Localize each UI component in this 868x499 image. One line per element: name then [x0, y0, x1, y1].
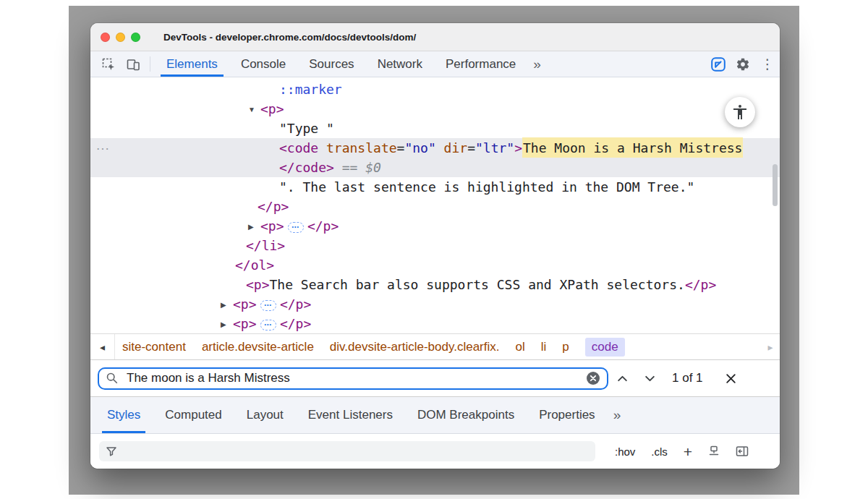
dom-tree-node[interactable]: </p> [90, 197, 780, 216]
search-next-icon[interactable] [636, 366, 663, 391]
tab-styles[interactable]: Styles [95, 397, 153, 433]
accessibility-icon[interactable] [725, 97, 755, 127]
tab-sources[interactable]: Sources [297, 51, 365, 77]
breadcrumb-item-div-devsite-article-body-clearfix[interactable]: div.devsite-article-body.clearfix. [330, 340, 500, 354]
dom-tree-node[interactable]: ...<code translate="no" dir="ltr">The Mo… [90, 138, 780, 158]
collapse-arrow-icon[interactable]: ▼ [248, 100, 260, 119]
dom-token: dir [436, 140, 467, 155]
kebab-menu-icon[interactable]: ⋮ [755, 51, 780, 77]
dom-token: The Search bar also supports CSS and XPa… [270, 277, 685, 292]
dom-token: "Type " [279, 121, 334, 136]
breadcrumb-item-p[interactable]: p [562, 340, 569, 354]
tab-elements[interactable]: Elements [155, 51, 229, 77]
stamp-glyph [707, 445, 720, 458]
close-search-icon[interactable] [719, 366, 744, 391]
dom-token: </p> [280, 297, 311, 312]
crumb-scroll-right-icon: ▸ [761, 334, 780, 359]
breadcrumb-item-ol[interactable]: ol [515, 340, 524, 354]
tab-event-listeners[interactable]: Event Listeners [296, 397, 405, 433]
dom-tree-node[interactable]: </ol> [90, 255, 780, 275]
accessibility-person-glyph [731, 103, 749, 121]
tab-properties[interactable]: Properties [527, 397, 607, 433]
dom-tree-node[interactable]: ▶<p>•••</p> [90, 294, 780, 314]
dom-token: </li> [246, 238, 285, 253]
dom-tree-panel: ::marker▼<p>"Type "...<code translate="n… [90, 77, 780, 333]
new-style-rule-icon[interactable]: + [677, 444, 699, 459]
dom-tree-node[interactable]: <p>The Search bar also supports CSS and … [90, 275, 780, 294]
dom-tree-node[interactable]: ▶<p>•••</p> [90, 314, 780, 333]
toggle-element-state-button[interactable]: :hov [608, 445, 642, 458]
close-window-button[interactable] [101, 33, 110, 42]
tree-scrollbar-thumb[interactable] [773, 164, 778, 206]
more-panel-tabs-icon[interactable]: » [608, 397, 627, 433]
dom-tree-node[interactable]: ". The last sentence is highlighted in t… [90, 177, 780, 197]
dom-token: </p> [280, 316, 311, 331]
dom-token: </p> [307, 218, 339, 234]
inspect-element-icon[interactable] [96, 51, 121, 77]
breadcrumb-item-article-devsite-article[interactable]: article.devsite-article [202, 340, 314, 354]
dock-side-icon[interactable] [706, 51, 731, 77]
dom-token: $0 [365, 160, 381, 175]
minimize-window-button[interactable] [116, 33, 125, 42]
expand-arrow-icon[interactable]: ▶ [221, 315, 233, 333]
devtools-tabs: ElementsConsoleSourcesNetworkPerformance [155, 51, 527, 77]
breadcrumb-item-code[interactable]: code [585, 338, 625, 357]
dom-tree-node[interactable]: </code> == $0 [90, 158, 780, 177]
font-editor-icon[interactable] [702, 445, 726, 458]
dom-token: "ltr" [475, 140, 514, 155]
dom-token: = [467, 140, 475, 155]
expand-arrow-icon[interactable]: ▶ [248, 217, 260, 236]
dom-token: > [514, 140, 522, 155]
styles-filter-bar: :hov .cls + [90, 434, 780, 469]
dom-expand-icon[interactable]: ••• [288, 222, 304, 233]
search-icon [106, 372, 119, 385]
dom-token: The Moon is a Harsh Mistress [522, 137, 743, 158]
search-previous-icon[interactable] [608, 366, 636, 391]
tab-computed[interactable]: Computed [153, 397, 234, 433]
dom-expand-icon[interactable]: ••• [260, 320, 276, 330]
dom-tree-node[interactable]: ▶<p>•••</p> [90, 216, 780, 236]
clear-search-icon[interactable] [586, 371, 600, 385]
panel-toggle-glyph [735, 444, 749, 459]
toolbar-spacer [547, 51, 706, 77]
toggle-sidebar-icon[interactable] [729, 444, 755, 459]
inspect-cursor-glyph [101, 57, 116, 72]
crumb-scroll-left-icon[interactable]: ◂ [90, 334, 115, 359]
sidebar-tabs-list: StylesComputedLayoutEvent ListenersDOM B… [95, 397, 608, 433]
dom-token: ::marker [279, 82, 342, 97]
breadcrumb-item-li[interactable]: li [541, 340, 547, 354]
style-filter-input[interactable] [99, 441, 595, 461]
dom-token: == [334, 160, 365, 175]
tab-performance[interactable]: Performance [434, 51, 527, 77]
dom-token: </p> [685, 277, 716, 292]
dom-tree-node[interactable]: ::marker [90, 80, 780, 99]
search-input[interactable] [125, 370, 579, 386]
dom-tree-node[interactable]: </li> [90, 236, 780, 255]
tab-network[interactable]: Network [366, 51, 434, 77]
toggle-classes-button[interactable]: .cls [644, 445, 674, 458]
window-title: DevTools - developer.chrome.com/docs/dev… [163, 32, 416, 43]
expand-arrow-icon[interactable]: ▶ [221, 295, 233, 315]
tab-console[interactable]: Console [229, 51, 297, 77]
breadcrumb-item-site-content[interactable]: site-content [122, 340, 186, 354]
dom-token: <p> [260, 218, 284, 234]
more-tabs-icon[interactable]: » [527, 51, 547, 77]
dom-token: "no" [404, 140, 435, 155]
devtools-toolbar: ElementsConsoleSourcesNetworkPerformance… [90, 51, 780, 77]
tab-dom-breakpoints[interactable]: DOM Breakpoints [405, 397, 527, 433]
dom-tree-node[interactable]: ▼<p> [90, 99, 780, 119]
dom-tree-node[interactable]: "Type " [90, 119, 780, 138]
circle-x-glyph [586, 371, 600, 385]
settings-gear-icon[interactable] [731, 51, 755, 77]
tab-layout[interactable]: Layout [234, 397, 296, 433]
zoom-window-button[interactable] [131, 33, 140, 42]
dom-expand-icon[interactable]: ••• [260, 300, 276, 311]
filter-funnel-icon [106, 445, 117, 457]
device-toolbar-icon[interactable] [121, 51, 145, 77]
devtools-window: DevTools - developer.chrome.com/docs/dev… [90, 23, 780, 469]
search-field[interactable] [98, 367, 608, 390]
breadcrumb: ◂ site-contentarticle.devsite-articlediv… [90, 333, 780, 359]
dom-token: <p> [246, 277, 270, 292]
window-titlebar: DevTools - developer.chrome.com/docs/dev… [90, 23, 780, 51]
dom-token: = [397, 140, 405, 155]
